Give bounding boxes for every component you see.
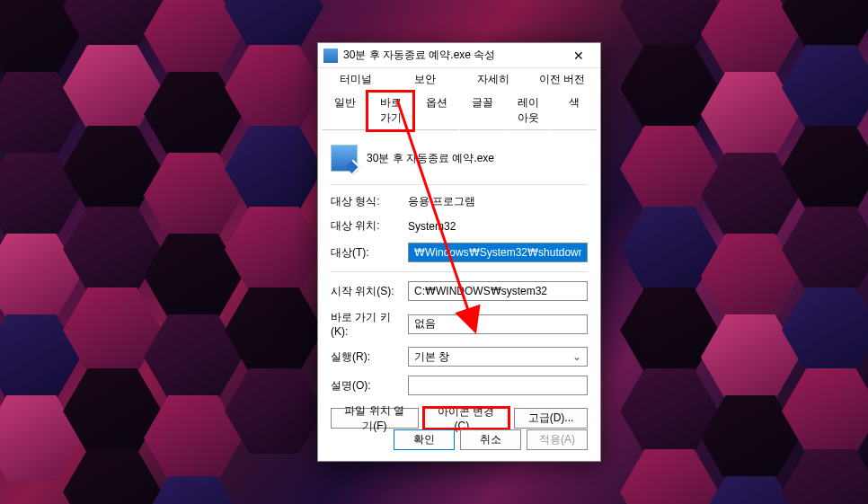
label-comment: 설명(O):: [331, 378, 401, 393]
apply-button[interactable]: 적용(A): [527, 429, 588, 450]
label-target-type: 대상 형식:: [331, 194, 401, 209]
input-comment[interactable]: [408, 376, 588, 395]
input-start-in[interactable]: [408, 281, 588, 301]
tab-details[interactable]: 자세히: [459, 68, 528, 91]
select-run[interactable]: 기본 창: [408, 347, 588, 367]
shortcut-icon: [331, 145, 358, 172]
properties-dialog: 30분 후 자동종료 예약.exe 속성 ✕ 터미널 보안 자세히 이전 버전 …: [317, 42, 601, 462]
tab-previous[interactable]: 이전 버전: [528, 68, 598, 91]
label-start-in: 시작 위치(S):: [331, 284, 401, 299]
tab-options[interactable]: 옵션: [413, 92, 459, 130]
close-icon: ✕: [573, 49, 584, 63]
ok-button[interactable]: 확인: [394, 429, 455, 450]
tab-terminal[interactable]: 터미널: [322, 68, 391, 91]
dialog-footer: 확인 취소 적용(A): [318, 420, 600, 461]
input-shortcut-key[interactable]: [408, 314, 588, 334]
titlebar-text: 30분 후 자동종료 예약.exe 속성: [343, 48, 562, 63]
tab-font[interactable]: 글꼴: [459, 92, 505, 130]
tab-layout[interactable]: 레이아웃: [505, 92, 551, 130]
tab-shortcut[interactable]: 바로 가기: [368, 92, 413, 130]
app-icon: [323, 49, 338, 63]
select-run-value: 기본 창: [414, 349, 449, 365]
label-shortcut-key: 바로 가기 키(K):: [331, 310, 401, 338]
tab-colors[interactable]: 색: [551, 92, 597, 130]
label-run: 실행(R):: [331, 349, 401, 365]
cancel-button[interactable]: 취소: [460, 429, 521, 450]
label-target-loc: 대상 위치:: [331, 218, 401, 234]
tab-content: 30분 후 자동종료 예약.exe 대상 형식: 응용 프로그램 대상 위치: …: [318, 130, 600, 434]
tab-security[interactable]: 보안: [391, 68, 460, 91]
titlebar[interactable]: 30분 후 자동종료 예약.exe 속성 ✕: [318, 43, 600, 68]
value-target-loc: System32: [408, 220, 588, 233]
input-target[interactable]: [408, 243, 588, 262]
value-target-type: 응용 프로그램: [408, 194, 588, 209]
tab-general[interactable]: 일반: [322, 92, 368, 130]
close-button[interactable]: ✕: [562, 45, 595, 66]
label-target: 대상(T):: [331, 245, 401, 261]
shortcut-filename: 30분 후 자동종료 예약.exe: [367, 151, 494, 166]
tab-strip: 터미널 보안 자세히 이전 버전 일반 바로 가기 옵션 글꼴 레이아웃 색: [318, 68, 600, 130]
